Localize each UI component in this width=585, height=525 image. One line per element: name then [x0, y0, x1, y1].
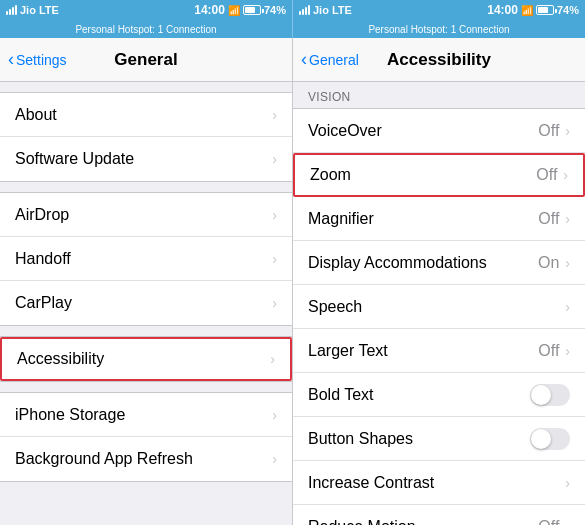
right-nav-bar: ‹ General Accessibility [293, 38, 585, 82]
list-item-background-app-refresh[interactable]: Background App Refresh › [0, 437, 292, 481]
display-accommodations-chevron: › [565, 255, 570, 271]
display-accommodations-value: On [538, 254, 559, 272]
button-shapes-label: Button Shapes [308, 430, 413, 448]
zoom-chevron: › [563, 167, 568, 183]
left-section-3: Accessibility › [0, 336, 292, 382]
about-right: › [272, 107, 277, 123]
accessibility-right: › [270, 351, 275, 367]
handoff-chevron: › [272, 251, 277, 267]
list-item-iphone-storage[interactable]: iPhone Storage › [0, 393, 292, 437]
status-right-half: Jio LTE 14:00 📶 74% [293, 0, 585, 20]
airdrop-right: › [272, 207, 277, 223]
handoff-right: › [272, 251, 277, 267]
background-app-refresh-label: Background App Refresh [15, 450, 193, 468]
magnifier-label: Magnifier [308, 210, 374, 228]
signal-bars-left [6, 5, 17, 15]
left-panel: ‹ Settings General About › Software Upda… [0, 38, 293, 525]
left-nav-title: General [114, 50, 177, 70]
software-update-chevron: › [272, 151, 277, 167]
right-settings-list: VISION VoiceOver Off › Zoom Off › [293, 82, 585, 525]
larger-text-label: Larger Text [308, 342, 388, 360]
wifi-icon-left: 📶 [228, 5, 240, 16]
list-item-software-update[interactable]: Software Update › [0, 137, 292, 181]
left-back-button[interactable]: ‹ Settings [8, 50, 67, 70]
iphone-storage-label: iPhone Storage [15, 406, 125, 424]
left-nav-bar: ‹ Settings General [0, 38, 292, 82]
left-section-4: iPhone Storage › Background App Refresh … [0, 392, 292, 482]
larger-text-value: Off [538, 342, 559, 360]
magnifier-value: Off [538, 210, 559, 228]
reduce-motion-right: Off › [538, 518, 570, 525]
carplay-right: › [272, 295, 277, 311]
right-panel: ‹ General Accessibility VISION VoiceOver… [293, 38, 585, 525]
right-nav-title: Accessibility [387, 50, 491, 70]
list-item-bold-text[interactable]: Bold Text [293, 373, 585, 417]
zoom-value: Off [536, 166, 557, 184]
list-item-handoff[interactable]: Handoff › [0, 237, 292, 281]
software-update-right: › [272, 151, 277, 167]
left-settings-list: About › Software Update › AirDrop [0, 82, 292, 525]
voiceover-value: Off [538, 122, 559, 140]
increase-contrast-right: › [565, 475, 570, 491]
list-item-button-shapes[interactable]: Button Shapes [293, 417, 585, 461]
reduce-motion-chevron: › [565, 519, 570, 525]
right-back-button[interactable]: ‹ General [301, 50, 359, 70]
accessibility-label: Accessibility [17, 350, 104, 368]
list-item-zoom[interactable]: Zoom Off › [293, 153, 585, 197]
bold-text-right [530, 384, 570, 406]
carrier-left: Jio LTE [20, 4, 59, 16]
list-item-speech[interactable]: Speech › [293, 285, 585, 329]
left-back-label: Settings [16, 52, 67, 68]
background-app-refresh-chevron: › [272, 451, 277, 467]
time-left: 14:00 [194, 3, 225, 17]
left-section-1: About › Software Update › [0, 92, 292, 182]
signal-bars-right [299, 5, 310, 15]
wifi-icon-right: 📶 [521, 5, 533, 16]
list-item-about[interactable]: About › [0, 93, 292, 137]
airdrop-chevron: › [272, 207, 277, 223]
list-item-carplay[interactable]: CarPlay › [0, 281, 292, 325]
hotspot-bar: Personal Hotspot: 1 Connection Personal … [0, 20, 585, 38]
list-item-display-accommodations[interactable]: Display Accommodations On › [293, 241, 585, 285]
list-item-increase-contrast[interactable]: Increase Contrast › [293, 461, 585, 505]
increase-contrast-label: Increase Contrast [308, 474, 434, 492]
list-item-voiceover[interactable]: VoiceOver Off › [293, 109, 585, 153]
voiceover-right: Off › [538, 122, 570, 140]
list-item-magnifier[interactable]: Magnifier Off › [293, 197, 585, 241]
about-chevron: › [272, 107, 277, 123]
handoff-label: Handoff [15, 250, 71, 268]
display-accommodations-label: Display Accommodations [308, 254, 487, 272]
list-item-airdrop[interactable]: AirDrop › [0, 193, 292, 237]
software-update-label: Software Update [15, 150, 134, 168]
status-bar: Jio LTE 14:00 📶 74% Jio LTE 14:00 📶 74% [0, 0, 585, 20]
main-content: ‹ Settings General About › Software Upda… [0, 38, 585, 525]
bold-text-toggle[interactable] [530, 384, 570, 406]
carplay-label: CarPlay [15, 294, 72, 312]
button-shapes-right [530, 428, 570, 450]
list-item-larger-text[interactable]: Larger Text Off › [293, 329, 585, 373]
larger-text-chevron: › [565, 343, 570, 359]
speech-label: Speech [308, 298, 362, 316]
left-back-chevron: ‹ [8, 49, 14, 70]
about-label: About [15, 106, 57, 124]
battery-left [243, 5, 261, 15]
reduce-motion-label: Reduce Motion [308, 518, 416, 525]
right-back-label: General [309, 52, 359, 68]
speech-chevron: › [565, 299, 570, 315]
accessibility-chevron: › [270, 351, 275, 367]
list-item-accessibility[interactable]: Accessibility › [0, 337, 292, 381]
increase-contrast-chevron: › [565, 475, 570, 491]
right-back-chevron: ‹ [301, 49, 307, 70]
magnifier-chevron: › [565, 211, 570, 227]
iphone-storage-chevron: › [272, 407, 277, 423]
bold-text-label: Bold Text [308, 386, 374, 404]
speech-right: › [565, 299, 570, 315]
reduce-motion-value: Off [538, 518, 559, 525]
voiceover-chevron: › [565, 123, 570, 139]
zoom-label: Zoom [310, 166, 351, 184]
left-section-2: AirDrop › Handoff › CarPlay › [0, 192, 292, 326]
vision-section-label: VISION [293, 82, 585, 108]
carplay-chevron: › [272, 295, 277, 311]
list-item-reduce-motion[interactable]: Reduce Motion Off › [293, 505, 585, 525]
button-shapes-toggle[interactable] [530, 428, 570, 450]
